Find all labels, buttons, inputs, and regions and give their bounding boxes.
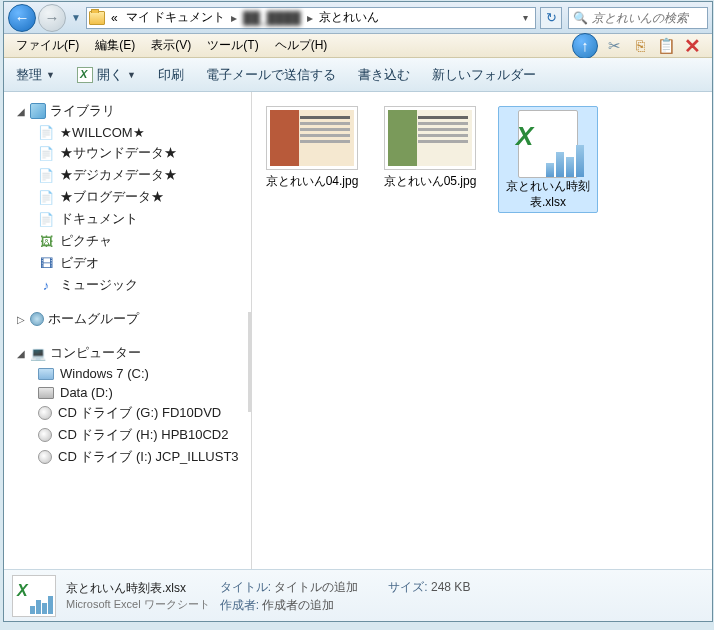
image-thumbnail (384, 106, 476, 170)
cmd-print[interactable]: 印刷 (154, 64, 188, 86)
up-icon[interactable]: ↑ (572, 33, 598, 59)
file-item[interactable]: 京とれいん04.jpg (262, 106, 362, 190)
chevron-right-icon: ▸ (307, 11, 313, 25)
excel-icon (77, 67, 93, 83)
cmd-newfolder[interactable]: 新しいフォルダー (428, 64, 540, 86)
details-title-value[interactable]: タイトルの追加 (274, 580, 358, 594)
library-icon (30, 103, 46, 119)
chevron-down-icon: ▼ (127, 70, 136, 80)
arrow-left-icon: ← (15, 9, 30, 26)
tree-item[interactable]: 📄★ブログデータ★ (4, 186, 251, 208)
chevron-down-icon: ◢ (16, 348, 26, 359)
tree-item[interactable]: ♪ミュージック (4, 274, 251, 296)
videos-icon: 🎞 (38, 255, 54, 271)
cmd-organize[interactable]: 整理▼ (12, 64, 59, 86)
history-dropdown[interactable]: ▼ (68, 5, 84, 31)
content-area: ◢ライブラリ 📄★WILLCOM★ 📄★サウンドデータ★ 📄★デジカメデータ★ … (4, 92, 712, 569)
details-filetype: Microsoft Excel ワークシート (66, 597, 210, 612)
search-box[interactable]: 🔍 (568, 7, 708, 29)
menu-help[interactable]: ヘルプ(H) (267, 35, 336, 56)
tree-homegroup[interactable]: ▷ホームグループ (4, 308, 251, 330)
file-name: 京とれいん04.jpg (266, 174, 359, 190)
arrow-right-icon: → (45, 9, 60, 26)
excel-thumbnail: X (508, 109, 588, 179)
file-list[interactable]: 京とれいん04.jpg 京とれいん05.jpg X 京とれいん時刻表.xlsx (252, 92, 712, 569)
tree-item[interactable]: 🎞ビデオ (4, 252, 251, 274)
tree-drive[interactable]: Windows 7 (C:) (4, 364, 251, 383)
search-input[interactable] (592, 11, 703, 25)
harddrive-icon (38, 387, 54, 399)
menu-tools[interactable]: ツール(T) (199, 35, 266, 56)
image-thumbnail (266, 106, 358, 170)
excel-icon: X (516, 121, 533, 152)
details-filename: 京とれいん時刻表.xlsx (66, 580, 210, 597)
address-bar[interactable]: « マイ ドキュメント ▸ ██_████ ▸ 京とれいん ▾ (86, 7, 536, 29)
copy-icon[interactable]: ⎘ (630, 36, 650, 56)
tree-drive[interactable]: CD ドライブ (G:) FD10DVD (4, 402, 251, 424)
harddrive-icon (38, 368, 54, 380)
tree-item[interactable]: 🖼ピクチャ (4, 230, 251, 252)
cmd-write[interactable]: 書き込む (354, 64, 414, 86)
navigation-pane: ◢ライブラリ 📄★WILLCOM★ 📄★サウンドデータ★ 📄★デジカメデータ★ … (4, 92, 252, 569)
breadcrumb-root[interactable]: マイ ドキュメント (124, 9, 227, 26)
menu-edit[interactable]: 編集(E) (87, 35, 143, 56)
cd-icon (38, 406, 52, 420)
delete-icon[interactable]: ✕ (682, 36, 702, 56)
back-button[interactable]: ← (8, 4, 36, 32)
tree-libraries[interactable]: ◢ライブラリ (4, 100, 251, 122)
tree-drive[interactable]: Data (D:) (4, 383, 251, 402)
computer-icon: 💻 (30, 345, 46, 361)
address-dropdown[interactable]: ▾ (517, 12, 533, 23)
document-icon: 📄 (38, 211, 54, 227)
menu-view[interactable]: 表示(V) (143, 35, 199, 56)
chevron-down-icon: ▼ (46, 70, 55, 80)
details-size-value: 248 KB (431, 580, 470, 594)
tree-item[interactable]: 📄★サウンドデータ★ (4, 142, 251, 164)
tree-drive[interactable]: CD ドライブ (I:) JCP_ILLUST3 (4, 446, 251, 468)
breadcrumb-current[interactable]: 京とれいん (317, 9, 381, 26)
chevron-down-icon: ◢ (16, 106, 26, 117)
document-icon: 📄 (38, 124, 54, 140)
details-author-label: 作成者: (220, 598, 259, 612)
details-title-label: タイトル: (220, 580, 271, 594)
tree-drive[interactable]: CD ドライブ (H:) HPB10CD2 (4, 424, 251, 446)
details-author-value[interactable]: 作成者の追加 (262, 598, 334, 612)
homegroup-icon (30, 312, 44, 326)
refresh-button[interactable]: ↻ (540, 7, 562, 29)
nav-bar: ← → ▼ « マイ ドキュメント ▸ ██_████ ▸ 京とれいん ▾ ↻ … (4, 2, 712, 34)
cd-icon (38, 428, 52, 442)
tree-item[interactable]: 📄ドキュメント (4, 208, 251, 230)
document-icon: 📄 (38, 167, 54, 183)
cut-icon[interactable]: ✂ (604, 36, 624, 56)
cd-icon (38, 450, 52, 464)
tree-computer[interactable]: ◢💻コンピューター (4, 342, 251, 364)
details-size-label: サイズ: (388, 580, 427, 594)
cmd-open[interactable]: 開く▼ (73, 64, 140, 86)
document-icon: 📄 (38, 145, 54, 161)
chevron-right-icon: ▸ (231, 11, 237, 25)
file-item[interactable]: 京とれいん05.jpg (380, 106, 480, 190)
menu-icon-group: ↑ ✂ ⎘ 📋 ✕ (572, 33, 708, 59)
menu-bar: ファイル(F) 編集(E) 表示(V) ツール(T) ヘルプ(H) ↑ ✂ ⎘ … (4, 34, 712, 58)
forward-button[interactable]: → (38, 4, 66, 32)
details-file-icon: X (12, 575, 56, 617)
file-name: 京とれいん05.jpg (384, 174, 477, 190)
folder-icon (89, 11, 105, 25)
tree-item[interactable]: 📄★WILLCOM★ (4, 122, 251, 142)
details-pane: X 京とれいん時刻表.xlsx Microsoft Excel ワークシート タ… (4, 569, 712, 621)
command-bar: 整理▼ 開く▼ 印刷 電子メールで送信する 書き込む 新しいフォルダー (4, 58, 712, 92)
file-item-selected[interactable]: X 京とれいん時刻表.xlsx (498, 106, 598, 213)
music-icon: ♪ (38, 277, 54, 293)
breadcrumb-prefix: « (109, 11, 120, 25)
document-icon: 📄 (38, 189, 54, 205)
menu-file[interactable]: ファイル(F) (8, 35, 87, 56)
cmd-email[interactable]: 電子メールで送信する (202, 64, 340, 86)
search-icon: 🔍 (573, 11, 588, 25)
breadcrumb-obscured[interactable]: ██_████ (241, 11, 303, 25)
tree-item[interactable]: 📄★デジカメデータ★ (4, 164, 251, 186)
file-name: 京とれいん時刻表.xlsx (501, 179, 595, 210)
explorer-window: ← → ▼ « マイ ドキュメント ▸ ██_████ ▸ 京とれいん ▾ ↻ … (3, 1, 713, 622)
pictures-icon: 🖼 (38, 233, 54, 249)
paste-icon[interactable]: 📋 (656, 36, 676, 56)
chevron-right-icon: ▷ (16, 314, 26, 325)
